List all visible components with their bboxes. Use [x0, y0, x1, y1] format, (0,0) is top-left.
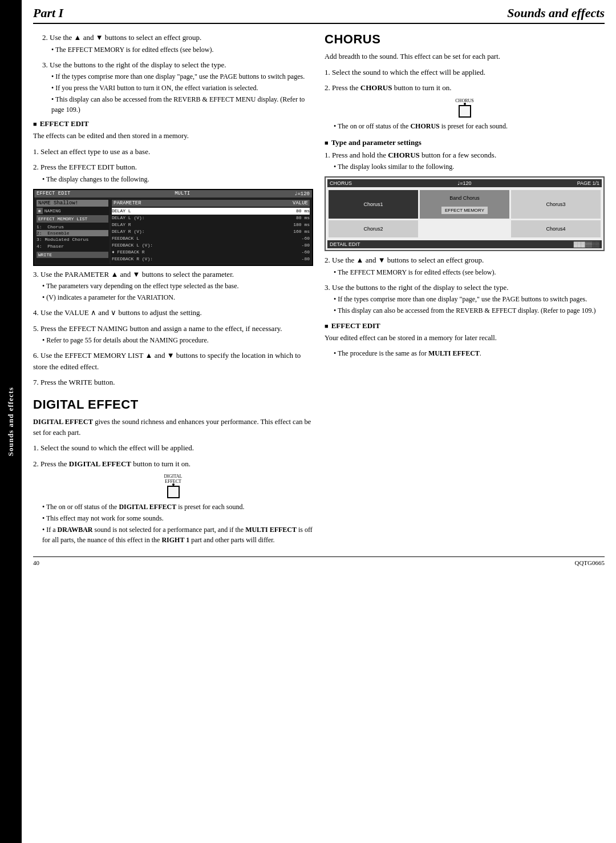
step3-bullet-3: This display can also be accessed from t…: [42, 94, 313, 115]
chorus-screen: CHORUS ♩=120 PAGE 1/1 Chorus1 Band Choru…: [325, 176, 605, 251]
de-step2-text: 2. Press the DIGITAL EFFECT button to tu…: [33, 459, 191, 468]
de-step2: 2. Press the DIGITAL EFFECT button to tu…: [33, 458, 313, 470]
chorus-screen-header-left: CHORUS: [330, 180, 352, 186]
ees-naming-icon: ■: [37, 208, 43, 214]
step-3-param: 3. Use the PARAMETER ▲ and ▼ buttons to …: [33, 269, 313, 303]
effect-edit-intro: The effects can be edited and then store…: [33, 131, 313, 142]
chorus-intro: Add breadth to the sound. This effect ca…: [325, 51, 605, 62]
ees-param-feedback-lv: FEEDBACK L (V):-80: [112, 242, 310, 249]
chorus-title: CHORUS: [325, 32, 605, 47]
step3-bullet-2: If you press the VARI button to turn it …: [42, 83, 313, 93]
chorus-step3-use-text: 3. Use the buttons to the right of the d…: [325, 283, 508, 292]
ees-effect-memory-list: EFFECT MEMORY LIST: [37, 215, 108, 223]
ee-step2-text: 2. Press the EFFECT EDIT button.: [33, 163, 137, 171]
ee-step1: 1. Select an effect type to use as a bas…: [33, 146, 313, 158]
step6-text: 6. Use the EFFECT MEMORY LIST ▲ and ▼ bu…: [33, 351, 301, 371]
chorus-effect-memory: EFFECT MEMORY: [441, 207, 488, 214]
ees-header-left: EFFECT EDIT: [37, 191, 70, 197]
chorus-item-band-chorus[interactable]: Band Chorus EFFECT MEMORY: [420, 190, 509, 219]
chorus-screen-footer-right: ▓▓▓▒▒░░: [574, 241, 599, 247]
de-bullet-2: This effect may not work for some sounds…: [33, 513, 313, 523]
digital-effect-title: DIGITAL EFFECT: [33, 397, 313, 412]
chorus-effect-edit-intro: Your edited effect can be stored in a me…: [325, 333, 605, 344]
chorus-item-4: [420, 220, 509, 237]
chorus-screen-header: CHORUS ♩=120 PAGE 1/1: [327, 179, 602, 187]
ees-param-header-right: VALUE: [293, 200, 308, 206]
ees-param-feedback-r: ♦ FEEDBACK R-60: [112, 249, 310, 256]
chorus-step2: 2. Press the CHORUS button to turn it on…: [325, 82, 605, 94]
digital-effect-section: DIGITAL EFFECT DIGITAL EFFECT gives the …: [33, 397, 313, 546]
step-5-naming: 5. Press the EFFECT NAMING button and as…: [33, 323, 313, 346]
chorus-step2-bullet: The on or off status of the CHORUS is pr…: [325, 121, 605, 131]
chorus-item-3[interactable]: Chorus3: [511, 190, 601, 219]
chorus-section: CHORUS Add breadth to the sound. This ef…: [325, 32, 605, 358]
chorus-step1-text: 1. Select the sound to which the effect …: [325, 68, 485, 76]
ees-left-panel: NAME Shallow! ■ NAMING EFFECT MEMORY LIS…: [35, 199, 110, 264]
de-step2-bold: DIGITAL EFFECT: [69, 459, 131, 468]
ees-param-header: PARAMETER VALUE: [112, 200, 310, 207]
ees-list-3: 3: Modulated Chorus: [37, 236, 108, 243]
type-step1-text: 1. Press and hold the CHORUS button for …: [325, 151, 496, 159]
page-code: QQTG0665: [574, 559, 605, 566]
effect-edit-screen: EFFECT EDIT MULTI ♩=120 NAME Shallow! ■ …: [33, 189, 313, 266]
step2-bullet: The EFFECT MEMORY is for edited effects …: [42, 45, 313, 55]
left-column: 2. Use the ▲ and ▼ buttons to select an …: [33, 32, 313, 545]
chorus-item-1[interactable]: Chorus1: [329, 190, 418, 219]
step3-param-bullet-1: The parameters vary depending on the eff…: [33, 281, 313, 291]
digital-effect-button-label: DIGITAL EFFECT: [159, 474, 188, 484]
sidebar-label: Sounds and effects: [6, 387, 15, 456]
de-step1: 1. Select the sound to which the effect …: [33, 442, 313, 454]
digital-effect-intro: DIGITAL EFFECT gives the sound richness …: [33, 417, 313, 438]
header-section: Sounds and effects: [507, 6, 605, 21]
chorus-button-square[interactable]: [459, 105, 471, 118]
chorus-screen-footer: DETAIL EDIT ▓▓▓▒▒░░: [327, 240, 602, 248]
step5-bullet: Refer to page 55 for details about the N…: [33, 335, 313, 345]
step3-bullet-1: If the types comprise more than one disp…: [42, 71, 313, 82]
chorus-item-4b[interactable]: Chorus4: [511, 220, 601, 237]
ees-right-panel: PARAMETER VALUE DELAY L80 ms DELAY L (V)…: [111, 199, 311, 264]
chorus-item-2[interactable]: Chorus2: [329, 220, 418, 237]
page-number: 40: [33, 559, 39, 566]
ees-param-delay-rv: DELAY R (V):160 ms: [112, 228, 310, 235]
digital-effect-button-square[interactable]: [167, 486, 180, 498]
chorus-screen-footer-left: DETAIL EDIT: [330, 241, 360, 247]
ee-step2: 2. Press the EFFECT EDIT button. The dis…: [33, 162, 313, 184]
ees-name-value: Shallow!: [54, 200, 78, 206]
ees-naming-label: NAMING: [44, 208, 61, 213]
type-step1: 1. Press and hold the CHORUS button for …: [325, 150, 605, 172]
chorus-screen-body: Chorus1 Band Chorus EFFECT MEMORY Chorus…: [327, 189, 602, 239]
chorus-button-mockup: CHORUS: [451, 98, 479, 118]
ee-step2-bullet: The display changes to the following.: [33, 174, 313, 184]
ees-param-delay-r: DELAY R180 ms: [112, 221, 310, 228]
chorus-step3-bullet-1: If the types comprise more than one disp…: [325, 294, 605, 304]
ees-param-header-left: PARAMETER: [114, 200, 141, 206]
page-footer: 40 QQTG0665: [33, 556, 605, 566]
step2-text: 2. Use the ▲ and ▼ buttons to select an …: [42, 33, 201, 42]
digital-effect-button-mockup: DIGITAL EFFECT: [159, 474, 188, 498]
de-bullet-1: The on or off status of the DIGITAL EFFE…: [33, 502, 313, 512]
ees-name-label: NAME: [38, 200, 51, 206]
step3-param-bullet-2: (V) indicates a parameter for the VARIAT…: [33, 292, 313, 302]
ees-naming-row: ■ NAMING: [37, 208, 108, 214]
type-step1-bullet: The display looks similar to the followi…: [325, 162, 605, 172]
chorus-screen-page: PAGE 1/1: [577, 180, 599, 186]
de-step1-text: 1. Select the sound to which the effect …: [33, 443, 194, 452]
ees-body: NAME Shallow! ■ NAMING EFFECT MEMORY LIS…: [34, 197, 312, 265]
step5-text: 5. Press the EFFECT NAMING button and as…: [33, 324, 282, 333]
chorus-effect-edit-bullet: The procedure is the same as for MULTI E…: [325, 348, 605, 358]
ees-name-row: NAME Shallow!: [37, 200, 108, 207]
step4-text: 4. Use the VALUE ∧ and ∨ buttons to adju…: [33, 308, 202, 317]
chorus-step2-use-bullet: The EFFECT MEMORY is for edited effects …: [325, 267, 605, 277]
ees-param-delay-l: DELAY L80 ms: [112, 208, 310, 215]
step-6-memory: 6. Use the EFFECT MEMORY LIST ▲ and ▼ bu…: [33, 350, 313, 372]
chorus-screen-tempo: ♩=120: [457, 180, 471, 186]
ees-write: WRITE: [37, 252, 108, 258]
ees-header-center: MULTI: [175, 191, 190, 197]
right-column: CHORUS Add breadth to the sound. This ef…: [325, 32, 605, 545]
step-4-value: 4. Use the VALUE ∧ and ∨ buttons to adju…: [33, 307, 313, 318]
type-param-heading: Type and parameter settings: [325, 138, 605, 147]
sidebar: Sounds and effects: [0, 0, 22, 843]
ees-param-delay-lv: DELAY L (V):80 ms: [112, 215, 310, 221]
step3-text: 3. Use the buttons to the right of the d…: [42, 60, 226, 69]
ees-header: EFFECT EDIT MULTI ♩=120: [34, 190, 312, 197]
